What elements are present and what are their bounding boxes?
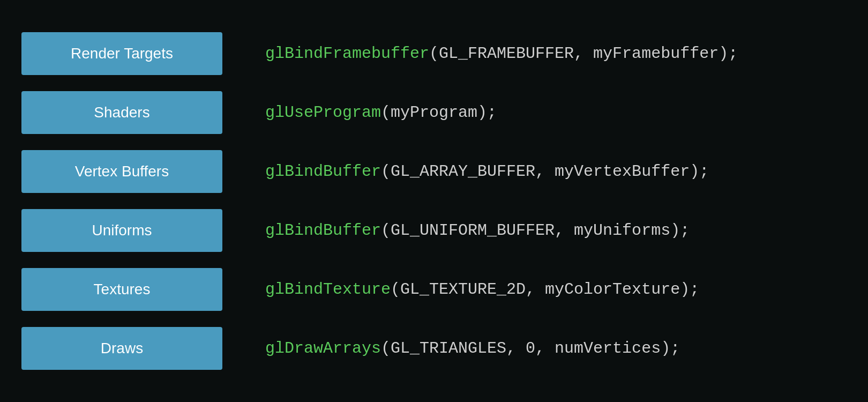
code-fn-textures: glBindTexture: [265, 280, 391, 299]
code-args-vertex-buffers: (GL_ARRAY_BUFFER, myVertexBuffer);: [381, 162, 709, 181]
code-args-draws: (GL_TRIANGLES, 0, numVertices);: [381, 339, 680, 358]
code-args-render-targets: (GL_FRAMEBUFFER, myFramebuffer);: [429, 44, 738, 63]
code-fn-vertex-buffers: glBindBuffer: [265, 162, 381, 181]
code-shaders: glUseProgram(myProgram);: [265, 103, 497, 122]
row-shaders: ShadersglUseProgram(myProgram);: [21, 83, 847, 142]
code-vertex-buffers: glBindBuffer(GL_ARRAY_BUFFER, myVertexBu…: [265, 162, 709, 181]
row-textures: TexturesglBindTexture(GL_TEXTURE_2D, myC…: [21, 260, 847, 319]
row-render-targets: Render TargetsglBindFramebuffer(GL_FRAME…: [21, 24, 847, 83]
code-draws: glDrawArrays(GL_TRIANGLES, 0, numVertice…: [265, 339, 680, 358]
label-render-targets[interactable]: Render Targets: [21, 32, 222, 75]
code-args-shaders: (myProgram);: [381, 103, 497, 122]
code-fn-uniforms: glBindBuffer: [265, 221, 381, 240]
label-shaders[interactable]: Shaders: [21, 91, 222, 134]
code-args-uniforms: (GL_UNIFORM_BUFFER, myUniforms);: [381, 221, 690, 240]
code-fn-render-targets: glBindFramebuffer: [265, 44, 429, 63]
code-uniforms: glBindBuffer(GL_UNIFORM_BUFFER, myUnifor…: [265, 221, 690, 240]
row-vertex-buffers: Vertex BuffersglBindBuffer(GL_ARRAY_BUFF…: [21, 142, 847, 201]
content-container: Render TargetsglBindFramebuffer(GL_FRAME…: [21, 24, 847, 378]
code-fn-shaders: glUseProgram: [265, 103, 381, 122]
label-vertex-buffers[interactable]: Vertex Buffers: [21, 150, 222, 193]
code-render-targets: glBindFramebuffer(GL_FRAMEBUFFER, myFram…: [265, 44, 738, 63]
row-uniforms: UniformsglBindBuffer(GL_UNIFORM_BUFFER, …: [21, 201, 847, 260]
label-draws[interactable]: Draws: [21, 327, 222, 370]
label-uniforms[interactable]: Uniforms: [21, 209, 222, 252]
code-args-textures: (GL_TEXTURE_2D, myColorTexture);: [391, 280, 699, 299]
label-textures[interactable]: Textures: [21, 268, 222, 311]
code-textures: glBindTexture(GL_TEXTURE_2D, myColorText…: [265, 280, 699, 299]
row-draws: DrawsglDrawArrays(GL_TRIANGLES, 0, numVe…: [21, 319, 847, 378]
code-fn-draws: glDrawArrays: [265, 339, 381, 358]
